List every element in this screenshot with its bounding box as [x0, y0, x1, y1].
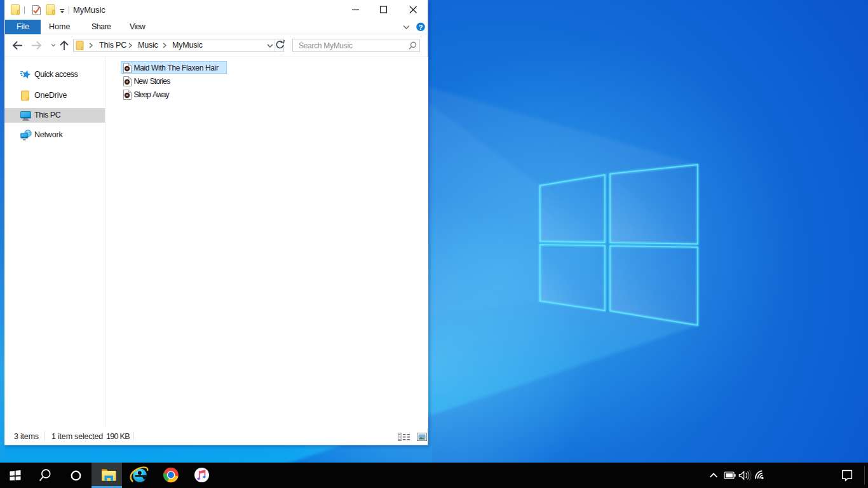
svg-text:?: ? — [419, 24, 423, 31]
